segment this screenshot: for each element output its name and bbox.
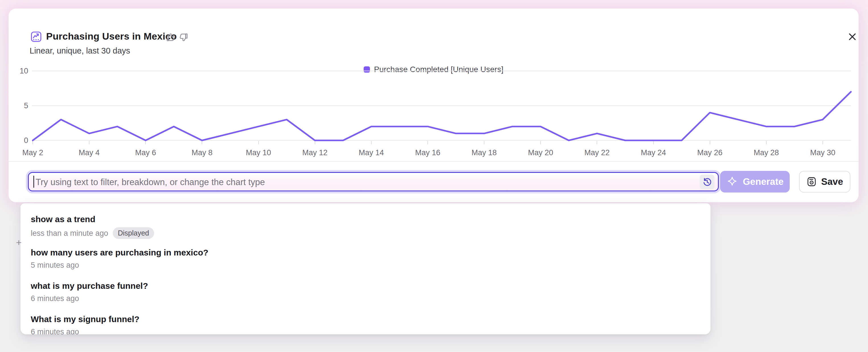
chart-card: Purchasing Users in Mexico Linear, uniqu… [8, 8, 859, 202]
history-item-query: What is my signup funnel? [31, 313, 700, 325]
history-item[interactable]: What is my signup funnel? 6 minutes ago [21, 309, 711, 334]
page-title: Purchasing Users in Mexico [46, 31, 177, 42]
x-axis-label: May 20 [528, 148, 553, 157]
x-axis-label: May 18 [472, 148, 497, 157]
mouse-cursor: + [16, 237, 22, 248]
prompt-placeholder: Try using text to filter, breakdown, or … [36, 177, 265, 187]
y-axis-label: 0 [12, 136, 28, 145]
x-axis-label: May 24 [641, 148, 666, 157]
save-icon [806, 176, 817, 187]
save-button[interactable]: Save [799, 171, 850, 193]
x-axis-label: May 16 [415, 148, 440, 157]
y-axis-label: 5 [12, 101, 28, 110]
history-dropdown: show as a trend less than a minute ago D… [21, 203, 711, 334]
save-label: Save [821, 176, 843, 187]
history-item-time: 5 minutes ago [31, 261, 79, 270]
x-axis-label: May 12 [302, 148, 328, 157]
thumbs-down-icon[interactable] [179, 32, 188, 42]
generate-button[interactable]: Generate [720, 171, 790, 193]
x-axis-label: May 26 [697, 148, 722, 157]
text-caret [33, 176, 34, 188]
history-item-query: how many users are purchasing in mexico? [31, 246, 700, 259]
thumbs-up-icon[interactable] [166, 32, 176, 42]
history-item-time: 6 minutes ago [31, 294, 79, 303]
x-axis-label: May 22 [584, 148, 610, 157]
history-item[interactable]: what is my purchase funnel? 6 minutes ag… [21, 276, 711, 309]
history-item-time: less than a minute ago [31, 229, 108, 238]
history-item[interactable]: show as a trend less than a minute ago D… [21, 209, 711, 242]
plot-area: 0510May 2May 4May 6May 8May 10May 12May … [33, 71, 851, 140]
history-item[interactable]: how many users are purchasing in mexico?… [21, 242, 711, 276]
x-axis-label: May 14 [359, 148, 384, 157]
history-icon[interactable] [700, 174, 714, 189]
x-axis-label: May 10 [246, 148, 271, 157]
x-axis-label: May 28 [754, 148, 779, 157]
sparkle-icon [726, 176, 738, 188]
line-series [30, 69, 853, 143]
generate-label: Generate [743, 176, 783, 187]
chart-divider [8, 161, 859, 162]
x-axis-label: May 6 [135, 148, 156, 157]
insights-chart-icon [31, 31, 41, 42]
y-axis-label: 10 [12, 66, 28, 75]
x-axis-label: May 2 [22, 148, 43, 157]
displayed-badge: Displayed [113, 227, 154, 239]
history-item-time: 6 minutes ago [31, 327, 79, 334]
chart-subtitle: Linear, unique, last 30 days [30, 46, 130, 56]
x-axis-label: May 4 [79, 148, 100, 157]
close-icon[interactable] [847, 32, 857, 41]
x-axis-label: May 30 [810, 148, 836, 157]
prompt-input[interactable]: Try using text to filter, breakdown, or … [28, 172, 719, 191]
history-item-query: show as a trend [31, 213, 700, 226]
history-item-query: what is my purchase funnel? [31, 280, 700, 292]
x-axis-label: May 8 [192, 148, 213, 157]
